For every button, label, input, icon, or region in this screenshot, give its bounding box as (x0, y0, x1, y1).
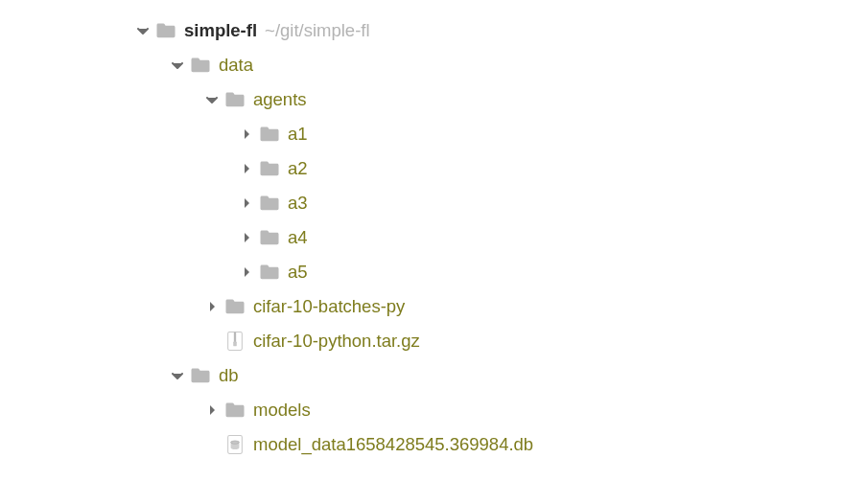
tree-label: simple-fl (184, 22, 257, 40)
tree-row-agents[interactable]: agents (134, 82, 867, 117)
tree-row-cifar-file[interactable]: cifar-10-python.tar.gz (134, 324, 867, 358)
file-tree: simple-fl ~/git/simple-fl data agents a1… (0, 0, 867, 462)
folder-icon (190, 365, 211, 386)
folder-icon (259, 193, 280, 214)
chevron-right-icon[interactable] (203, 404, 221, 416)
folder-icon (259, 227, 280, 248)
tree-label: models (253, 401, 311, 420)
folder-icon (259, 124, 280, 145)
tree-label: agents (253, 91, 307, 109)
tree-row-a1[interactable]: a1 (134, 117, 867, 151)
tree-row-a2[interactable]: a2 (134, 151, 867, 186)
tree-label: a4 (288, 229, 308, 247)
tree-label: a2 (288, 160, 308, 178)
tree-row-a4[interactable]: a4 (134, 220, 867, 255)
chevron-down-icon[interactable] (203, 94, 221, 105)
folder-icon (259, 262, 280, 283)
tree-row-a3[interactable]: a3 (134, 186, 867, 220)
tree-path: ~/git/simple-fl (265, 22, 370, 40)
tree-label: cifar-10-batches-py (253, 298, 405, 316)
chevron-down-icon[interactable] (169, 370, 186, 381)
chevron-right-icon[interactable] (238, 266, 255, 278)
chevron-right-icon[interactable] (238, 197, 255, 209)
tree-row-cifar-folder[interactable]: cifar-10-batches-py (134, 289, 867, 324)
tree-row-dbfile[interactable]: model_data1658428545.369984.db (134, 427, 867, 462)
tree-row-db[interactable]: db (134, 358, 867, 393)
folder-icon (224, 400, 246, 421)
tree-label: data (219, 57, 253, 75)
chevron-right-icon[interactable] (238, 163, 255, 174)
chevron-down-icon[interactable] (169, 59, 186, 71)
tree-label: cifar-10-python.tar.gz (253, 332, 420, 351)
folder-icon (224, 89, 246, 110)
tree-row-models[interactable]: models (134, 393, 867, 427)
tree-row-root[interactable]: simple-fl ~/git/simple-fl (134, 13, 867, 48)
tree-label: a3 (288, 195, 308, 213)
archive-file-icon (224, 331, 246, 352)
chevron-right-icon[interactable] (238, 232, 255, 243)
chevron-right-icon[interactable] (238, 128, 255, 140)
folder-icon (259, 158, 280, 179)
database-file-icon (224, 434, 246, 455)
tree-label: model_data1658428545.369984.db (253, 436, 533, 454)
folder-icon (155, 20, 176, 41)
tree-label: db (219, 367, 239, 385)
tree-label: a5 (288, 263, 308, 282)
folder-icon (190, 55, 211, 76)
tree-row-a5[interactable]: a5 (134, 255, 867, 289)
chevron-down-icon[interactable] (134, 25, 152, 36)
folder-icon (224, 296, 246, 317)
chevron-right-icon[interactable] (203, 301, 221, 312)
tree-row-data[interactable]: data (134, 48, 867, 82)
tree-label: a1 (288, 126, 308, 144)
